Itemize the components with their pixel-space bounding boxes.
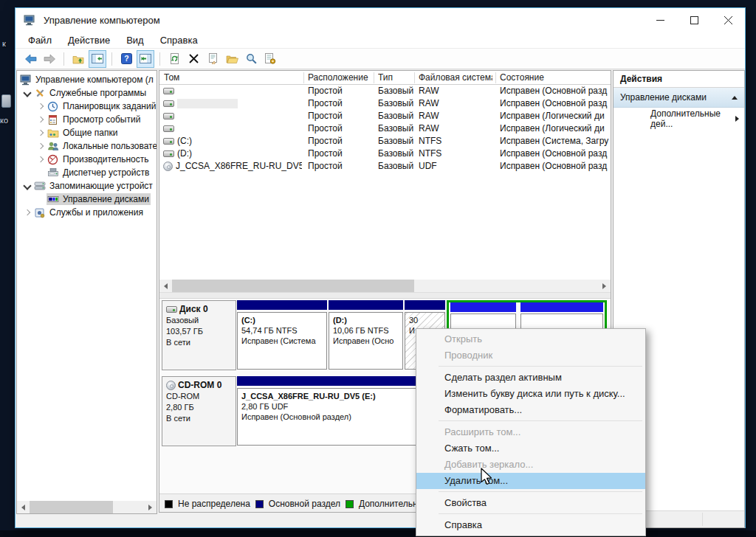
scroll-right-arrow[interactable] (144, 501, 157, 513)
show-console-tree-button[interactable] (89, 50, 106, 68)
mouse-cursor (480, 468, 494, 487)
scroll-left-arrow[interactable] (17, 501, 30, 513)
disk-management-icon (47, 194, 59, 205)
menu-separator (439, 366, 642, 367)
column-header-filesystem[interactable]: Файловая система (419, 71, 492, 85)
tree-item-system-tools[interactable]: Служебные программы (17, 86, 157, 100)
menu-item-add-mirror[interactable]: Добавить зеркало... (416, 457, 645, 473)
column-header-status[interactable]: Состояние (500, 71, 607, 85)
chevron-expanded-icon[interactable] (21, 180, 33, 192)
menu-separator (439, 513, 642, 514)
tree-item-shared-folders[interactable]: Общие папки (17, 126, 157, 139)
menu-item-delete-volume[interactable]: Удалить том... (416, 473, 645, 489)
delete-button[interactable] (185, 50, 202, 68)
open-folder-button[interactable] (223, 50, 241, 68)
minimize-button[interactable] (643, 8, 677, 32)
menu-item-shrink-volume[interactable]: Сжать том... (416, 440, 645, 457)
scrollbar-thumb[interactable] (172, 280, 414, 292)
cdrom0-status: В сети (166, 413, 232, 424)
menu-item-change-drive-letter[interactable]: Изменить букву диска или путь к диску... (416, 386, 645, 402)
show-action-pane-button[interactable] (137, 50, 154, 68)
tree-item-local-users-groups[interactable]: Локальные пользовате (17, 139, 157, 153)
scrollbar-thumb[interactable] (30, 501, 113, 513)
tree-item-label: Просмотр событий (61, 114, 142, 125)
menu-item-open[interactable]: Открыть (416, 331, 645, 347)
chevron-collapsed-icon[interactable] (35, 153, 47, 165)
tree-item-event-viewer[interactable]: Просмотр событий (17, 113, 157, 126)
volume-row[interactable]: ПростойБазовыйRAWИсправен (Основной разд (159, 85, 611, 97)
disk0-type: Базовый (166, 315, 232, 326)
volume-row-e[interactable]: J_CCSA_X86FRE_RU-RU_DV5 (E:) ПростойБазо… (159, 160, 611, 173)
console-tree-icon (92, 54, 103, 63)
column-header-layout[interactable]: Расположение (308, 71, 371, 85)
services-icon (34, 207, 46, 218)
partition-d[interactable]: (D:)10,06 ГБ NTFSИсправен (Осно (329, 300, 403, 370)
volume-list-horizontal-scrollbar[interactable] (159, 280, 611, 292)
refresh-button[interactable] (165, 50, 183, 68)
actions-item-more-actions[interactable]: Дополнительные дей... (614, 108, 744, 130)
menu-item-properties[interactable]: Свойства (416, 495, 645, 511)
tree-item-services-applications[interactable]: Службы и приложения (17, 206, 157, 219)
export-list-button[interactable] (261, 50, 279, 68)
menu-item-help[interactable]: Справка (416, 517, 645, 533)
chevron-collapsed-icon[interactable] (35, 114, 47, 125)
actions-group-disk-management[interactable]: Управление дисками (614, 88, 744, 108)
volume-row[interactable]: ПростойБазовыйRAWИсправен (Основной разд (159, 97, 611, 110)
menu-file[interactable]: Файл (20, 33, 60, 47)
menu-help[interactable]: Справка (152, 33, 206, 47)
tree-item-storage[interactable]: Запоминающие устройст (17, 179, 157, 193)
partition-c[interactable]: (C:)54,74 ГБ NTFSИсправен (Система (237, 300, 327, 370)
disk0-size: 103,57 ГБ (166, 326, 232, 337)
column-header-volume[interactable]: Том (164, 71, 300, 85)
menu-item-format[interactable]: Форматировать... (416, 402, 645, 418)
volume-icon (163, 150, 174, 157)
tree-item-label: Службы и приложения (48, 207, 145, 218)
toolbar-separator (111, 52, 112, 66)
tree-item-task-scheduler[interactable]: Планировщик заданий (17, 100, 157, 113)
tree-horizontal-scrollbar[interactable] (17, 501, 157, 513)
partition-band (520, 302, 603, 312)
disk-icon (166, 306, 177, 313)
chevron-expanded-icon[interactable] (21, 87, 33, 99)
find-button[interactable] (242, 50, 260, 68)
volume-row[interactable]: ПростойБазовыйRAWИсправен (Логический ди (159, 110, 611, 122)
scroll-left-arrow[interactable] (159, 280, 172, 292)
menu-item-explorer[interactable]: Проводник (416, 347, 645, 364)
partition-band (450, 302, 516, 312)
volume-table-header: Том Расположение Тип Файловая система Со… (159, 71, 611, 85)
menu-item-mark-partition-active[interactable]: Сделать раздел активным (416, 370, 645, 386)
menu-item-extend-volume[interactable]: Расширить том... (416, 424, 645, 440)
tree-item-disk-management[interactable]: Управление дисками (17, 193, 157, 206)
close-button[interactable] (711, 8, 745, 32)
scroll-right-arrow[interactable] (598, 280, 611, 292)
chevron-collapsed-icon[interactable] (21, 207, 33, 218)
menu-view[interactable]: Вид (118, 33, 152, 47)
tree-item-device-manager[interactable]: Диспетчер устройств (17, 166, 157, 179)
volume-row-d[interactable]: (D:) ПростойБазовыйNTFSИсправен (Основно… (159, 148, 611, 160)
volume-row-c[interactable]: (C:) ПростойБазовыйNTFSИсправен (Система… (159, 135, 611, 148)
back-button[interactable] (21, 50, 39, 68)
collapse-arrow-icon[interactable] (732, 96, 738, 100)
chevron-collapsed-icon[interactable] (35, 127, 47, 139)
tree-item-computer-management-root[interactable]: Управление компьютером (л (17, 73, 157, 86)
up-level-button[interactable] (69, 50, 87, 68)
title-bar[interactable]: Управление компьютером (16, 8, 745, 32)
volume-row[interactable]: ПростойБазовыйRAWИсправен (Логический ди (159, 122, 611, 135)
legend-label: Не распределена (178, 499, 250, 509)
pane-splitter[interactable] (159, 292, 611, 299)
cdrom0-label-cell[interactable]: CD-ROM 0 CD-ROM 2,80 ГБ В сети (162, 376, 236, 446)
tree-item-performance[interactable]: Производительность (17, 153, 157, 166)
volume-icon (163, 138, 174, 145)
partition-band (237, 300, 327, 310)
maximize-button[interactable] (677, 8, 711, 32)
properties-button[interactable] (204, 50, 221, 68)
menu-action[interactable]: Действие (60, 33, 118, 47)
forward-button[interactable] (41, 50, 58, 68)
chevron-collapsed-icon[interactable] (35, 100, 47, 112)
action-pane-icon (140, 54, 151, 63)
disk0-label-cell[interactable]: Диск 0 Базовый 103,57 ГБ В сети (162, 300, 236, 370)
tree-item-label: Управление дисками (61, 193, 151, 205)
help-button[interactable]: ? (117, 50, 135, 68)
column-header-type[interactable]: Тип (378, 71, 411, 85)
chevron-collapsed-icon[interactable] (35, 140, 47, 152)
